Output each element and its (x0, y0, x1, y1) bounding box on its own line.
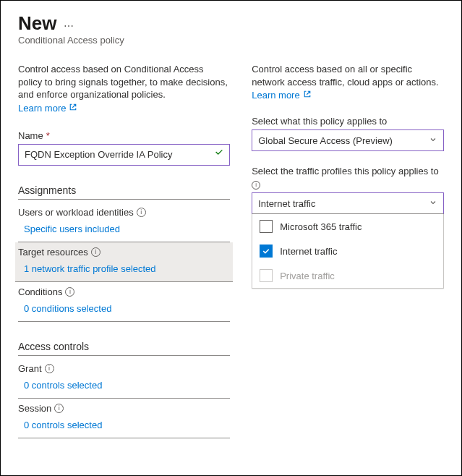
conditions-row[interactable]: Conditions i 0 conditions selected (18, 282, 230, 322)
session-label: Session i (18, 403, 230, 414)
users-label: Users or workload identities i (18, 207, 230, 218)
target-resources-value[interactable]: 1 network traffic profile selected (24, 263, 230, 274)
option-private-traffic: Private traffic (252, 263, 443, 288)
right-description: Control access based on all or specific … (252, 63, 444, 88)
name-input-wrap (18, 141, 230, 166)
more-actions-button[interactable]: ⋯ (64, 20, 74, 32)
conditions-label: Conditions i (18, 286, 230, 297)
users-value[interactable]: Specific users included (24, 224, 230, 234)
external-link-icon (303, 90, 312, 101)
checkbox-disabled-icon (260, 269, 273, 282)
required-asterisk: * (46, 130, 50, 141)
assignments-heading: Assignments (18, 184, 230, 200)
learn-more-link-left[interactable]: Learn more (18, 103, 77, 114)
header-row: New ⋯ (18, 12, 444, 35)
info-icon[interactable]: i (252, 181, 260, 190)
grant-value[interactable]: 0 controls selected (24, 380, 230, 391)
info-icon[interactable]: i (91, 247, 100, 257)
info-icon[interactable]: i (137, 208, 146, 217)
target-resources-label: Target resources i (18, 247, 230, 258)
grant-label: Grant i (18, 363, 230, 374)
access-controls-heading: Access controls (18, 341, 230, 356)
left-column: Control access based on Conditional Acce… (18, 63, 230, 461)
info-icon[interactable]: i (45, 364, 54, 373)
right-column: Control access based on all or specific … (252, 63, 444, 461)
page-subtitle: Conditional Access policy (18, 35, 444, 46)
checkbox-checked-icon (260, 245, 273, 258)
policy-panel: New ⋯ Conditional Access policy Control … (0, 0, 462, 476)
option-internet-traffic[interactable]: Internet traffic (252, 239, 443, 263)
target-resources-row[interactable]: Target resources i 1 network traffic pro… (15, 242, 233, 282)
applies-to-value: Global Secure Access (Preview) (258, 135, 393, 146)
info-icon[interactable]: i (65, 287, 74, 297)
learn-more-link-right[interactable]: Learn more (252, 90, 311, 101)
profiles-label: Select the traffic profiles this policy … (252, 166, 444, 177)
external-link-icon (69, 103, 77, 114)
page-title: New (18, 12, 56, 35)
profiles-dropdown[interactable]: Internet traffic (252, 192, 444, 214)
check-icon (214, 147, 224, 160)
checkbox-unchecked-icon (260, 220, 273, 233)
chevron-down-icon (429, 135, 437, 146)
option-label: Private traffic (280, 271, 335, 281)
columns: Control access based on Conditional Acce… (18, 63, 444, 461)
conditions-value[interactable]: 0 conditions selected (24, 303, 230, 314)
users-row[interactable]: Users or workload identities i Specific … (18, 203, 230, 242)
session-row[interactable]: Session i 0 controls selected (18, 399, 230, 438)
learn-more-label: Learn more (252, 90, 299, 101)
chevron-down-icon (429, 198, 437, 209)
option-m365-traffic[interactable]: Microsoft 365 traffic (252, 214, 443, 239)
grant-row[interactable]: Grant i 0 controls selected (18, 359, 230, 399)
learn-more-label: Learn more (18, 103, 66, 114)
applies-to-label: Select what this policy applies to (252, 116, 444, 127)
option-label: Internet traffic (280, 246, 337, 257)
session-value[interactable]: 0 controls selected (24, 420, 230, 430)
info-icon[interactable]: i (54, 404, 64, 413)
profiles-value: Internet traffic (258, 198, 315, 209)
name-label: Name * (18, 130, 230, 141)
name-input[interactable] (18, 144, 230, 166)
applies-to-dropdown[interactable]: Global Secure Access (Preview) (252, 129, 444, 151)
profiles-options: Microsoft 365 traffic Internet traffic P… (252, 214, 444, 289)
option-label: Microsoft 365 traffic (280, 221, 362, 232)
left-description: Control access based on Conditional Acce… (18, 63, 230, 101)
